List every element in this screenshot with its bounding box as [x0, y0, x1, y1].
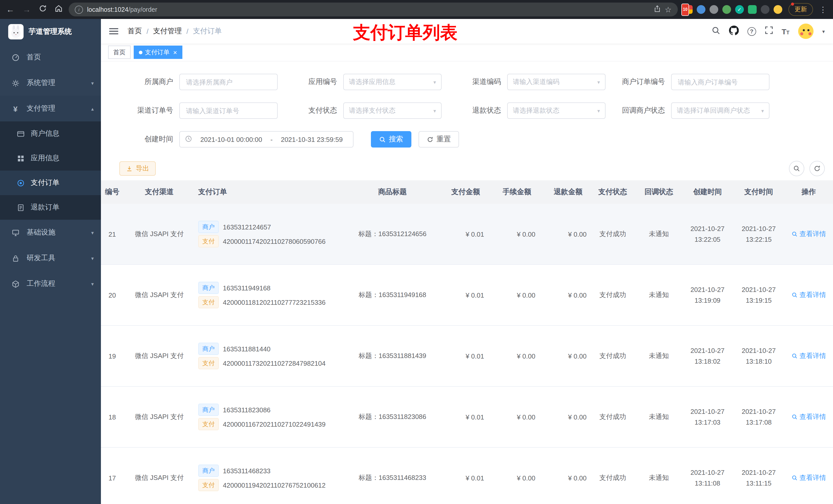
merchant-order-input[interactable] [677, 78, 764, 86]
table-refresh-button[interactable] [809, 161, 825, 176]
sidebar-item-pay-order[interactable]: 支付订单 [0, 171, 101, 195]
extension-drop-icon[interactable] [697, 5, 706, 14]
pay-badge: 支付 [198, 357, 219, 369]
sidebar-item-app-info[interactable]: 应用信息 [0, 146, 101, 171]
fee-amount: ¥ 0.00 [487, 448, 539, 504]
pay-status-select[interactable]: 请选择支付状态▾ [343, 102, 442, 119]
user-caret-icon[interactable]: ▾ [822, 28, 825, 34]
date-start[interactable]: 2021-10-01 00:00:00 [195, 136, 267, 143]
col-pay-order: 支付订单 [195, 180, 349, 204]
site-info-icon[interactable]: i [75, 5, 83, 14]
tag-home[interactable]: 首页 [108, 46, 130, 59]
extension-check-icon[interactable]: ✓ [735, 5, 744, 14]
sidebar-item-dev-tools[interactable]: 研发工具 ▾ [0, 245, 101, 271]
merchant-select[interactable] [179, 74, 278, 90]
paid-time: 2021-10-2713:19:15 [733, 265, 784, 326]
product-title: 标题：1635311468233 [349, 448, 436, 504]
col-actions: 操作 [784, 180, 833, 204]
update-button[interactable]: 更新 [788, 3, 813, 16]
view-detail-link[interactable]: 查看详情 [791, 351, 826, 361]
sidebar-item-pay[interactable]: ¥ 支付管理 ▴ [0, 96, 101, 121]
font-size-icon[interactable]: TT [782, 27, 789, 35]
col-paid: 支付时间 [733, 180, 784, 204]
channel-code-select[interactable]: 请输入渠道编码▾ [507, 74, 605, 90]
view-detail-link[interactable]: 查看详情 [791, 412, 826, 422]
col-amount: 支付金额 [436, 180, 487, 204]
breadcrumb-home[interactable]: 首页 [127, 27, 142, 36]
date-range-picker[interactable]: 2021-10-01 00:00:00 - 2021-10-31 23:59:5… [179, 131, 354, 147]
hamburger-icon[interactable] [109, 28, 118, 34]
channel-order-input[interactable] [185, 106, 272, 115]
table-row: 19 微信 JSAPI 支付 商户1635311881440 支付4200001… [101, 326, 833, 386]
sidebar-item-label: 退款订单 [31, 203, 60, 212]
extension-green-icon[interactable] [722, 5, 731, 14]
extension-badge: 10 [681, 4, 689, 16]
top-navbar: 首页 / 支付管理 / 支付订单 支付订单列表 ? TT ▾ [101, 19, 833, 44]
app-select[interactable]: 请选择应用信息▾ [343, 74, 442, 90]
view-detail-link[interactable]: 查看详情 [791, 473, 826, 482]
bookmark-star-icon[interactable]: ☆ [665, 5, 672, 14]
sidebar: 芋道管理系统 首页 系统管理 ▾ ¥ 支付管理 ▴ 商户信息 [0, 19, 101, 504]
browser-menu-icon[interactable]: ⋮ [819, 5, 827, 14]
view-detail-link[interactable]: 查看详情 [791, 230, 826, 239]
reload-icon[interactable] [39, 5, 47, 14]
url-bar[interactable]: i localhost:1024/pay/order ☆ [69, 3, 678, 16]
target-icon [15, 179, 26, 187]
date-end[interactable]: 2021-10-31 23:59:59 [276, 136, 348, 143]
extension-emoji-icon[interactable] [774, 5, 782, 14]
github-icon[interactable] [729, 25, 738, 37]
url-text: localhost:1024/pay/order [87, 6, 157, 13]
forward-icon[interactable]: → [23, 5, 31, 14]
reset-button[interactable]: 重置 [419, 131, 459, 147]
extension-grid-icon[interactable]: 10 [684, 5, 693, 14]
sidebar-item-merchant-info[interactable]: 商户信息 [0, 121, 101, 146]
product-title: 标题：1635311949168 [349, 265, 436, 326]
fullscreen-icon[interactable] [765, 26, 773, 37]
home-icon[interactable] [55, 5, 63, 14]
paid-time: 2021-10-2713:18:10 [733, 326, 784, 386]
help-icon[interactable]: ? [747, 27, 756, 35]
table-search-button[interactable] [789, 161, 804, 176]
pay-amount: ¥ 0.01 [436, 448, 487, 504]
tag-pay-order[interactable]: 支付订单 × [134, 46, 182, 59]
extension-dark-icon[interactable] [761, 5, 769, 14]
sidebar-item-infra[interactable]: 基础设施 ▾ [0, 220, 101, 245]
monitor-icon [10, 229, 21, 236]
fee-amount: ¥ 0.00 [487, 326, 539, 386]
pay-badge: 支付 [198, 418, 219, 430]
extension-chat-icon[interactable] [748, 5, 757, 14]
notify-status: 未通知 [636, 386, 682, 448]
order-id: 19 [101, 326, 123, 386]
sidebar-item-workflow[interactable]: 工作流程 ▾ [0, 271, 101, 296]
extension-icons: 10 ✓ [684, 5, 782, 14]
merchant-input[interactable] [185, 78, 272, 86]
extension-gray-icon[interactable] [710, 5, 718, 14]
user-avatar[interactable] [798, 24, 813, 39]
channel-order-input-wrap[interactable] [179, 102, 278, 119]
paid-time: 2021-10-2713:22:15 [733, 204, 784, 265]
share-icon[interactable] [653, 5, 661, 14]
pay-status: 支付成功 [590, 204, 636, 265]
merchant-order-no: 1635311468233 [223, 467, 270, 475]
sidebar-item-refund-order[interactable]: 退款订单 [0, 195, 101, 220]
search-icon[interactable] [711, 26, 720, 37]
col-created: 创建时间 [682, 180, 733, 204]
export-button[interactable]: 导出 [119, 161, 156, 176]
chevron-down-icon: ▾ [91, 230, 94, 235]
chevron-up-icon: ▴ [91, 106, 94, 112]
sidebar-item-label: 系统管理 [27, 78, 55, 88]
view-detail-link[interactable]: 查看详情 [791, 290, 826, 299]
merchant-order-input-wrap[interactable] [671, 74, 769, 90]
sidebar-item-home[interactable]: 首页 [0, 45, 101, 70]
sidebar-item-system[interactable]: 系统管理 ▾ [0, 70, 101, 96]
merchant-badge: 商户 [198, 282, 219, 294]
back-icon[interactable]: ← [6, 5, 14, 14]
search-button[interactable]: 搜索 [371, 131, 411, 147]
breadcrumb-page: 支付订单 [193, 27, 222, 36]
refund-status-select[interactable]: 请选择退款状态▾ [507, 102, 605, 119]
close-icon[interactable]: × [173, 49, 177, 55]
card-icon [15, 130, 26, 138]
breadcrumb-section[interactable]: 支付管理 [153, 27, 182, 36]
order-id: 20 [101, 265, 123, 326]
notify-status-select[interactable]: 请选择订单回调商户状态▾ [671, 102, 769, 119]
